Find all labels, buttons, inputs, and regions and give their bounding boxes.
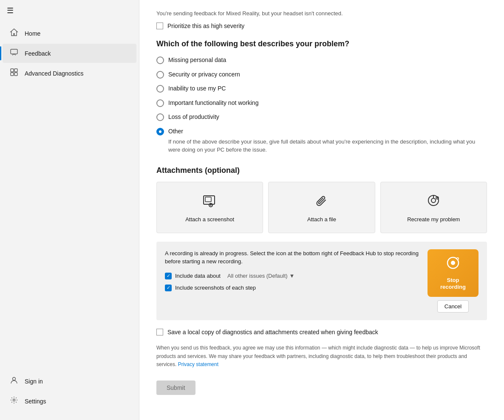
sidebar-home-label: Home	[25, 30, 40, 37]
sidebar-item-signin[interactable]: Sign in	[3, 372, 136, 391]
svg-point-19	[457, 258, 459, 259]
svg-rect-4	[14, 73, 17, 76]
priority-checkbox[interactable]	[156, 23, 163, 29]
radio-label-productivity: Loss of productivity	[168, 113, 219, 121]
include-data-label: Include data about	[175, 273, 221, 279]
attach-screenshot-label: Attach a screenshot	[185, 216, 234, 223]
svg-rect-10	[205, 197, 211, 202]
stop-recording-label: Stoprecording	[440, 277, 466, 291]
include-screenshots-label: Include screenshots of each step	[175, 285, 256, 291]
sidebar-settings-label: Settings	[25, 398, 46, 405]
legal-text: When you send us this feedback, you agre…	[156, 344, 487, 369]
attach-screenshot-card[interactable]: Attach a screenshot	[156, 182, 263, 233]
svg-point-17	[451, 261, 455, 265]
cancel-button[interactable]: Cancel	[437, 300, 469, 313]
feedback-icon	[9, 48, 19, 59]
radio-circle-security[interactable]	[156, 71, 164, 79]
radio-loss-productivity[interactable]: Loss of productivity	[156, 113, 487, 121]
radio-circle-other[interactable]	[156, 128, 164, 135]
priority-row: Prioritize this as high severity	[156, 23, 487, 29]
question-heading: Which of the following best describes yo…	[156, 39, 487, 48]
submit-button[interactable]: Submit	[156, 381, 195, 395]
info-text: You're sending feedback for Mixed Realit…	[156, 10, 487, 17]
include-data-value: All other issues (Default)	[227, 273, 288, 279]
include-data-dropdown[interactable]: All other issues (Default) ▼	[227, 273, 295, 279]
priority-label: Prioritize this as high severity	[167, 23, 244, 29]
recreate-problem-card[interactable]: Recreate my problem	[380, 182, 487, 233]
hamburger-button[interactable]: ☰	[0, 0, 139, 21]
radio-label-missing: Missing personal data	[168, 56, 226, 65]
attach-file-card[interactable]: Attach a file	[268, 182, 375, 233]
include-screenshots-checkbox[interactable]	[165, 285, 172, 291]
file-icon	[314, 192, 330, 212]
svg-point-9	[210, 204, 211, 206]
save-local-label: Save a local copy of diagnostics and att…	[167, 329, 378, 335]
radio-missing-personal-data[interactable]: Missing personal data	[156, 56, 487, 65]
attachments-row: Attach a screenshot Attach a file	[156, 182, 487, 233]
radio-group: Missing personal data Security or privac…	[156, 56, 487, 154]
include-data-row: Include data about All other issues (Def…	[165, 273, 421, 279]
svg-rect-3	[11, 73, 14, 76]
sidebar-diagnostics-label: Advanced Diagnostics	[25, 70, 84, 77]
sidebar-item-feedback[interactable]: Feedback	[3, 44, 136, 63]
recreate-icon	[425, 192, 442, 212]
attach-file-label: Attach a file	[307, 216, 336, 223]
main-content: You're sending feedback for Mixed Realit…	[139, 0, 504, 420]
stop-recording-button[interactable]: Stoprecording	[428, 249, 479, 297]
diagnostics-icon	[9, 68, 19, 79]
radio-circle-productivity[interactable]	[156, 113, 164, 121]
sidebar-nav: Home Feedback Advanced Diagnostics	[0, 21, 139, 366]
svg-point-6	[13, 399, 15, 401]
svg-point-5	[13, 378, 16, 381]
chevron-down-icon: ▼	[289, 273, 295, 279]
radio-security-privacy[interactable]: Security or privacy concern	[156, 70, 487, 79]
stop-recording-icon	[445, 255, 461, 273]
sidebar-item-settings[interactable]: Settings	[3, 392, 136, 411]
radio-circle-missing[interactable]	[156, 56, 164, 64]
radio-label-security: Security or privacy concern	[168, 70, 240, 79]
svg-point-12	[431, 198, 436, 203]
radio-other[interactable]: Other If none of the above describe your…	[156, 127, 487, 154]
sidebar-signin-label: Sign in	[25, 378, 43, 385]
svg-rect-0	[11, 49, 17, 54]
save-local-checkbox[interactable]	[156, 329, 163, 335]
save-local-row: Save a local copy of diagnostics and att…	[156, 329, 487, 335]
recording-text: A recording is already in progress. Sele…	[165, 249, 421, 266]
radio-sublabel-other: If none of the above describe your issue…	[168, 138, 487, 154]
radio-important-functionality[interactable]: Important functionality not working	[156, 99, 487, 107]
recording-panel: A recording is already in progress. Sele…	[156, 242, 487, 321]
svg-rect-1	[11, 69, 14, 72]
settings-icon	[9, 396, 19, 406]
hamburger-icon: ☰	[7, 6, 14, 15]
screenshot-icon	[202, 192, 218, 212]
radio-circle-functionality[interactable]	[156, 99, 164, 107]
recreate-label: Recreate my problem	[407, 216, 460, 223]
radio-label-other: Other	[168, 127, 487, 136]
radio-inability-pc[interactable]: Inability to use my PC	[156, 85, 487, 93]
radio-label-inability: Inability to use my PC	[168, 85, 226, 93]
privacy-link[interactable]: Privacy statement	[178, 361, 218, 367]
sidebar: ☰ Home Feedback Advanced Diagnostics	[0, 0, 139, 420]
sidebar-item-home[interactable]: Home	[3, 24, 136, 43]
signin-icon	[9, 376, 19, 386]
stop-recording-col: Stoprecording Cancel	[428, 249, 479, 313]
radio-label-functionality: Important functionality not working	[168, 99, 258, 107]
home-icon	[9, 28, 19, 39]
recording-content: A recording is already in progress. Sele…	[165, 249, 421, 296]
include-screenshots-row: Include screenshots of each step	[165, 285, 421, 291]
sidebar-feedback-label: Feedback	[25, 50, 51, 57]
sidebar-bottom: Sign in Settings	[0, 366, 139, 420]
sidebar-item-advanced-diagnostics[interactable]: Advanced Diagnostics	[3, 64, 136, 83]
svg-rect-2	[14, 69, 17, 72]
include-data-checkbox[interactable]	[165, 273, 172, 279]
radio-circle-inability[interactable]	[156, 85, 164, 93]
attachments-heading: Attachments (optional)	[156, 166, 487, 175]
radio-other-content: Other If none of the above describe your…	[168, 127, 487, 154]
